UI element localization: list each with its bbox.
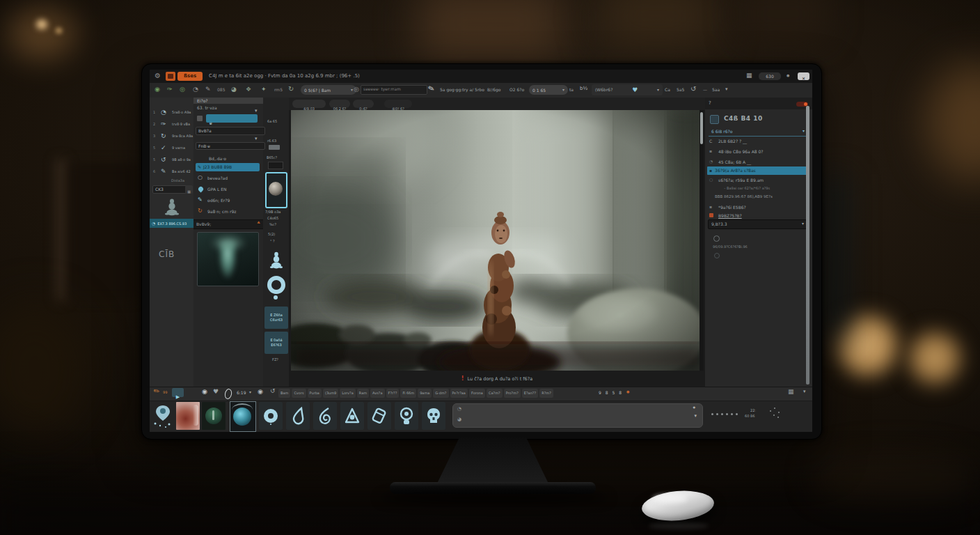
right-row[interactable]: ▪48·iBo C8o 96a A8 0? xyxy=(707,148,807,156)
left-panel-dropdown[interactable]: BvBv9; xyxy=(193,219,263,229)
lasso-icon[interactable]: ↺ xyxy=(690,86,696,93)
right-label-1[interactable]: Ca xyxy=(665,88,670,92)
dock-pin-sparkle-icon[interactable] xyxy=(152,403,174,429)
right-dropdown-2[interactable]: 9,B?3.3▾ xyxy=(708,219,807,229)
list-item-selected[interactable]: ✎J23 BU88 89B xyxy=(196,163,260,171)
canvas-scrollbar-thumb[interactable] xyxy=(700,112,703,144)
chevron-down-icon[interactable]: ▾ xyxy=(255,137,258,141)
play-button[interactable]: ▶ xyxy=(172,388,184,397)
right-panel-scrollbar[interactable] xyxy=(806,106,809,385)
layer-tab[interactable]: 9ama xyxy=(418,389,432,398)
dock-brush-swirl[interactable] xyxy=(313,402,337,430)
menu-text[interactable]: C4J m e ta 6it a2e ogg · Fvtm da 0a 10 a… xyxy=(209,74,360,79)
right-row[interactable]: C2LB 6B2? ? __ xyxy=(707,137,807,146)
layer-tab[interactable]: Cvors xyxy=(292,389,306,398)
zoom-badge[interactable]: 630 xyxy=(759,72,781,80)
search-input[interactable]: seeeee· tyer:rram xyxy=(361,85,427,95)
dock-brush-head[interactable] xyxy=(395,402,418,430)
layer-tab[interactable]: Lorv?a xyxy=(340,389,356,398)
document-dropdown[interactable]: 0 5(6? | 8am▾ xyxy=(301,85,356,95)
list-item[interactable]: GPA L EN xyxy=(196,185,260,194)
toolbox-input[interactable]: CK3 xyxy=(152,185,189,194)
type-field[interactable]: FnB·e xyxy=(196,142,265,150)
brush-tool-icon[interactable]: ✎ xyxy=(205,86,211,93)
tool-row[interactable]: 2✑trv8·9 vBa xyxy=(151,120,193,130)
warn-tool-icon[interactable]: ◔ xyxy=(193,86,198,93)
layer-tab[interactable]: Forona xyxy=(469,389,485,398)
dock-photo-sphere-selected[interactable] xyxy=(230,401,256,432)
layer-tab[interactable]: Fi 66m xyxy=(400,389,416,398)
grid-icon[interactable]: ▦ xyxy=(788,389,794,395)
dock-input-panel[interactable]: ◔ ◕ ● ▾ xyxy=(452,403,703,428)
mode-label-2[interactable]: b½ xyxy=(580,86,587,91)
layer-tab[interactable]: R?m? xyxy=(539,389,553,398)
history-icon[interactable]: ↺ xyxy=(270,388,276,394)
option-icon-top[interactable]: ◔ xyxy=(457,407,461,412)
right-row-selected[interactable]: ▪36?9(a Ar8?a s?8as xyxy=(707,166,807,175)
paw-tool-icon[interactable]: ❖ xyxy=(246,86,251,93)
right-row[interactable]: ◔45 C8a; 6B A __ xyxy=(707,158,807,166)
canvas-image[interactable] xyxy=(291,110,703,371)
grid-icon[interactable]: ▦ xyxy=(746,72,752,79)
left-panel-header[interactable]: Ei?o? xyxy=(193,98,263,104)
radio-button[interactable] xyxy=(713,235,720,242)
preview-thumbnail[interactable] xyxy=(197,232,259,286)
tool-row[interactable]: 5↺9B a8·o 9a xyxy=(151,155,193,165)
teal-slider[interactable]: e xyxy=(206,114,258,123)
strip-button-1[interactable]: E Z6ñaC6vr63 xyxy=(264,307,288,329)
layer-tab[interactable]: Avs?a xyxy=(370,389,384,398)
brush-ring-icon[interactable] xyxy=(267,276,285,294)
option-icon-bottom[interactable]: ◕ xyxy=(457,417,461,422)
eye-tool-icon[interactable]: ◕ xyxy=(231,86,237,93)
dock-brush-ring[interactable] xyxy=(259,402,283,430)
record-dot-icon[interactable]: ● xyxy=(626,390,629,394)
right-link-1[interactable]: ▪*9a?6i E5B6? xyxy=(707,203,807,212)
canvas-tab[interactable]: 4(0! 6? xyxy=(384,100,412,108)
heart-icon[interactable]: ♥ xyxy=(213,389,219,395)
target-tool-icon[interactable]: ◎ xyxy=(180,86,185,93)
minimize-dot-icon[interactable]: ● xyxy=(787,74,789,77)
canvas-tab[interactable]: 06·2 6? xyxy=(329,100,350,108)
material-sphere-selected[interactable] xyxy=(265,172,287,208)
sphere-icon[interactable]: ◉ xyxy=(202,389,207,395)
layer-tab[interactable]: Pe?r?aa xyxy=(450,389,468,398)
right-row[interactable]: ○s6?6?a; r59a E 89.am xyxy=(707,176,807,185)
list-item[interactable]: ✎od6n; Er?9 xyxy=(196,196,260,205)
tool-row[interactable]: 3↻9ra·8ca A9a xyxy=(151,132,193,141)
circle-swatch-icon[interactable]: ◉ xyxy=(258,389,263,395)
list-item[interactable]: ↻9a8·n; cm r9z xyxy=(196,208,260,216)
rotate-tool-icon[interactable]: ↻ xyxy=(288,86,294,93)
tool-row[interactable]: 5✓9 varna xyxy=(151,144,193,153)
layer-tab[interactable]: Bam xyxy=(278,389,290,398)
layer-tab[interactable]: Ca?m? xyxy=(487,389,503,398)
chevron-down-icon[interactable]: ▾ xyxy=(725,87,728,92)
color-swatch-light[interactable] xyxy=(269,145,280,150)
dock-brush-triangle[interactable] xyxy=(340,402,364,430)
right-label-3[interactable]: 5aa xyxy=(712,88,720,92)
dock-photo-red[interactable] xyxy=(176,402,200,430)
size-dropdown[interactable]: 0 1 65▾ xyxy=(529,85,568,95)
toolbox-selected-item[interactable]: ◔EX7.3 896.CS.93 xyxy=(150,219,193,228)
right-label-2[interactable]: 5a5 xyxy=(677,88,684,92)
layer-tab[interactable]: (3um9 xyxy=(323,389,338,398)
dock-brush-drop[interactable] xyxy=(286,402,310,430)
layer-tab[interactable]: Purba xyxy=(308,389,322,398)
toolbox-input-button[interactable]: ▦ xyxy=(185,185,193,194)
favorites-dropdown[interactable]: (W6br6? ♥ ▾ xyxy=(592,84,663,95)
layer-tab[interactable]: Pro?m? xyxy=(504,389,521,398)
dock-brush-skull[interactable] xyxy=(422,402,445,430)
tool-row[interactable]: 6✎Ba aiv6 42 xyxy=(151,167,193,177)
right-dropdown-1[interactable]: 6 6iB r6?o▾ xyxy=(709,127,806,137)
move-tool-icon[interactable]: ◉ xyxy=(155,86,160,93)
tool-row[interactable]: 1◔5ra8·o A9a xyxy=(151,108,193,118)
layer-tab[interactable]: E?an?? xyxy=(522,389,538,398)
dock-green-circle[interactable] xyxy=(202,402,226,430)
gear-icon[interactable]: ⚙ xyxy=(155,72,161,79)
name-field[interactable]: BvB?a xyxy=(196,127,265,135)
canvas-tab[interactable]: 0–6? xyxy=(353,100,374,108)
list-item[interactable]: ○bevea?ad xyxy=(196,174,260,183)
strip-button-2[interactable]: E 0añáE6?63 xyxy=(264,332,288,354)
feather-tool-icon[interactable]: ✑ xyxy=(167,86,173,93)
chevron-down-icon[interactable]: ▾ xyxy=(249,390,251,394)
chevron-down-icon[interactable]: ▾ xyxy=(694,414,697,419)
